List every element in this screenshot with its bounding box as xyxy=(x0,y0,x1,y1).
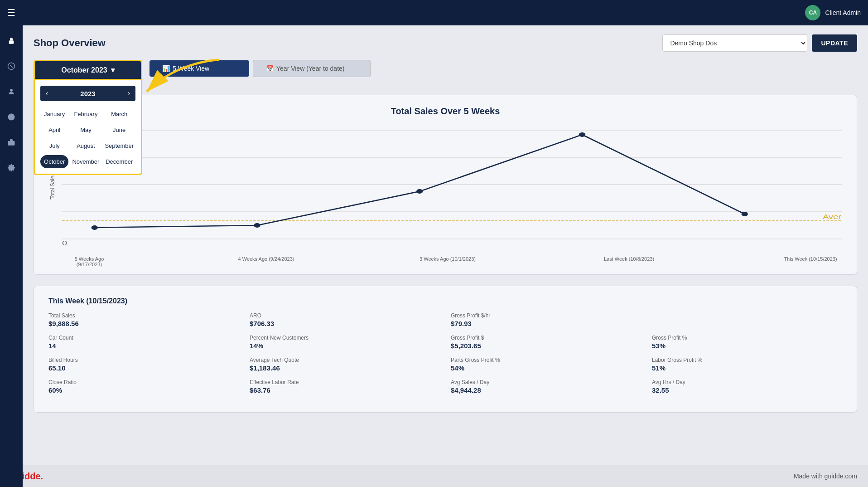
sidebar-item-briefcase[interactable] xyxy=(3,134,19,151)
month-june[interactable]: June xyxy=(103,123,135,136)
x-label-2: 3 Weeks Ago (10/1/2023) xyxy=(416,256,479,267)
stat-gp-dollars-label: Gross Profit $ xyxy=(451,335,641,341)
svg-point-15 xyxy=(254,223,260,228)
month-april[interactable]: April xyxy=(40,123,68,136)
month-september[interactable]: September xyxy=(103,139,135,152)
tab-year-label: Year View (Year to date) xyxy=(276,65,344,72)
date-picker-trigger[interactable]: October 2023 ▾ xyxy=(34,60,142,80)
y-axis-label: Total Sales xyxy=(49,173,56,200)
month-november[interactable]: November xyxy=(70,155,101,168)
sidebar-item-lock[interactable] xyxy=(3,33,19,49)
svg-point-18 xyxy=(742,212,748,216)
tab-year-view[interactable]: 📅 Year View (Year to date) xyxy=(253,60,371,77)
stat-labor-gp-label: Labor Gross Profit % xyxy=(652,357,842,363)
stat-new-customers-value: 14% xyxy=(250,342,440,350)
chart-title: Total Sales Over 5 Weeks xyxy=(48,106,842,117)
stat-avg-tech-quote: Average Tech Quote $1,183.46 xyxy=(250,357,440,372)
chart-svg: Average 0 xyxy=(62,126,842,253)
sidebar-item-user[interactable] xyxy=(3,83,19,100)
x-label-3: Last Week (10/8/2023) xyxy=(598,256,661,267)
stat-total-sales-label: Total Sales xyxy=(48,312,239,319)
footer: guidde. Made with guidde.com xyxy=(0,465,868,487)
stat-car-count: Car Count 14 xyxy=(48,335,239,350)
stat-car-count-value: 14 xyxy=(48,342,239,350)
hamburger-icon[interactable]: ☰ xyxy=(7,7,15,18)
stat-avg-hrs-day-label: Avg Hrs / Day xyxy=(652,379,842,385)
tab-5-week-label: 5 Week View xyxy=(173,65,209,72)
stat-total-sales: Total Sales $9,888.56 xyxy=(48,312,239,327)
date-picker-dropdown: ‹ 2023 › JanuaryFebruaryMarchAprilMayJun… xyxy=(34,80,142,175)
svg-line-2 xyxy=(10,65,13,68)
prev-year-button[interactable]: ‹ xyxy=(46,89,48,97)
stat-gp-hr-value: $79.93 xyxy=(451,320,641,327)
calendar-year-nav: ‹ 2023 › xyxy=(40,86,135,101)
sidebar-item-chart[interactable] xyxy=(3,109,19,125)
svg-text:0: 0 xyxy=(62,239,67,247)
sidebar-item-settings[interactable] xyxy=(3,160,19,176)
next-year-button[interactable]: › xyxy=(128,89,130,97)
svg-rect-0 xyxy=(9,40,14,44)
year-display: 2023 xyxy=(80,90,95,97)
shop-select[interactable]: Demo Shop Dos xyxy=(662,34,807,52)
month-january[interactable]: January xyxy=(40,107,68,121)
month-march[interactable]: March xyxy=(103,107,135,121)
stat-labor-gp: Labor Gross Profit % 51% xyxy=(652,357,842,372)
stat-aro: ARO $706.33 xyxy=(250,312,440,327)
stat-gp-dollars: Gross Profit $ $5,203.65 xyxy=(451,335,641,350)
page-title: Shop Overview xyxy=(34,37,106,49)
stat-gp-pct-label: Gross Profit % xyxy=(652,335,842,341)
svg-rect-5 xyxy=(8,141,15,146)
stat-gp-dollars-value: $5,203.65 xyxy=(451,342,641,350)
page-header: Shop Overview Demo Shop Dos UPDATE xyxy=(34,34,857,52)
stats-row-1: Total Sales $9,888.56 ARO $706.33 Gross … xyxy=(48,312,842,327)
month-may[interactable]: May xyxy=(70,123,101,136)
stat-avg-tech-quote-label: Average Tech Quote xyxy=(250,357,440,363)
x-label-4: This Week (10/15/2023) xyxy=(779,256,842,267)
stat-avg-hrs-day: Avg Hrs / Day 32.55 xyxy=(652,379,842,394)
stat-avg-tech-quote-value: $1,183.46 xyxy=(250,364,440,372)
stats-week-title: This Week (10/15/2023) xyxy=(48,297,842,305)
x-label-0: 5 Weeks Ago (9/17/2023) xyxy=(62,256,116,267)
months-grid: JanuaryFebruaryMarchAprilMayJuneJulyAugu… xyxy=(40,107,135,168)
sidebar xyxy=(0,25,23,487)
svg-point-16 xyxy=(416,189,423,194)
stat-labor-gp-value: 51% xyxy=(652,364,842,372)
month-october[interactable]: October xyxy=(40,155,68,168)
stats-row-2: Car Count 14 Percent New Customers 14% G… xyxy=(48,335,842,350)
bar-chart-icon: 📊 xyxy=(162,65,170,72)
stat-avg-hrs-day-value: 32.55 xyxy=(652,386,842,394)
month-december[interactable]: December xyxy=(103,155,135,168)
user-name-label: Client Admin xyxy=(825,9,861,16)
stat-gp-hr-label: Gross Profit $/hr xyxy=(451,312,641,319)
footer-tagline: Made with guidde.com xyxy=(794,472,857,480)
stat-gp-pct: Gross Profit % 53% xyxy=(652,335,842,350)
stat-avg-sales-day-value: $4,944.28 xyxy=(451,386,641,394)
stat-effective-labor-value: $63.76 xyxy=(250,386,440,394)
avatar: CA xyxy=(805,5,820,20)
stat-total-sales-value: $9,888.56 xyxy=(48,320,239,327)
update-button[interactable]: UPDATE xyxy=(812,34,857,52)
stat-gp-hr: Gross Profit $/hr $79.93 xyxy=(451,312,641,327)
date-picker-label: October 2023 xyxy=(61,66,107,74)
svg-text:Average: Average xyxy=(823,213,842,220)
sidebar-item-alert[interactable] xyxy=(3,58,19,74)
x-label-1: 4 Weeks Ago (9/24/2023) xyxy=(235,256,298,267)
dropdown-arrow-icon: ▾ xyxy=(111,66,115,74)
svg-point-14 xyxy=(92,225,98,230)
stat-new-customers: Percent New Customers 14% xyxy=(250,335,440,350)
stat-billed-hours-label: Billed Hours xyxy=(48,357,239,363)
top-nav: ☰ CA Client Admin xyxy=(0,0,868,25)
stat-close-ratio-label: Close Ratio xyxy=(48,379,239,385)
stat-close-ratio-value: 60% xyxy=(48,386,239,394)
month-august[interactable]: August xyxy=(70,139,101,152)
svg-point-17 xyxy=(579,132,585,137)
month-july[interactable]: July xyxy=(40,139,68,152)
stat-billed-hours-value: 65.10 xyxy=(48,364,239,372)
stat-aro-value: $706.33 xyxy=(250,320,440,327)
calendar-icon: 📅 xyxy=(266,65,274,72)
stat-aro-label: ARO xyxy=(250,312,440,319)
month-february[interactable]: February xyxy=(70,107,101,121)
stat-billed-hours: Billed Hours 65.10 xyxy=(48,357,239,372)
stats-row-3: Billed Hours 65.10 Average Tech Quote $1… xyxy=(48,357,842,372)
tab-5-week-view[interactable]: 📊 5 Week View xyxy=(149,60,249,77)
